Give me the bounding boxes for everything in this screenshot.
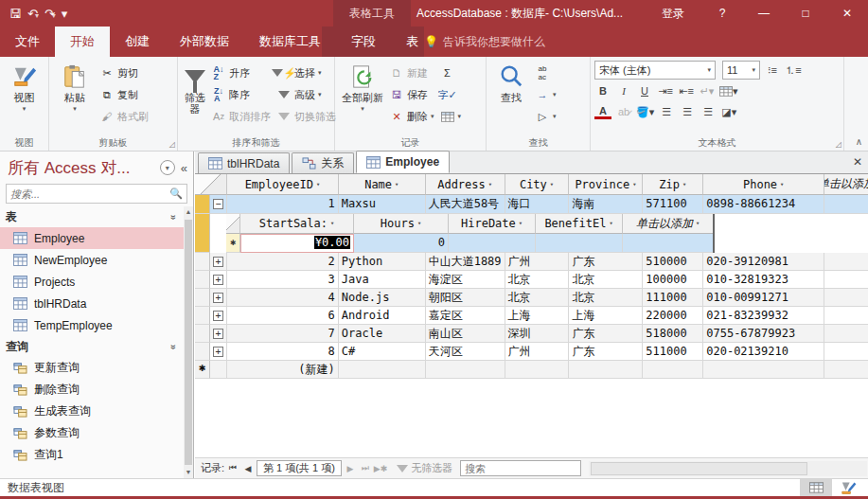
close-button[interactable]: ✕	[826, 0, 868, 27]
scroll-up-icon[interactable]: ▲	[184, 206, 193, 218]
find-button[interactable]: 查找	[490, 60, 532, 103]
cell[interactable]	[703, 361, 824, 379]
nav-item-update-query[interactable]: 更新查询	[0, 357, 184, 379]
cell[interactable]: 571100	[643, 195, 703, 214]
sub-column-header-hours[interactable]: Hours▾	[354, 214, 449, 234]
cell[interactable]: 上海	[569, 307, 643, 325]
cell[interactable]: 广东	[569, 253, 643, 271]
cell[interactable]: 海淀区	[426, 271, 505, 289]
cell[interactable]: 010-32819323	[703, 271, 824, 289]
sub-new-record-row[interactable]: ✱ ¥0.00 0	[226, 234, 713, 253]
cell[interactable]: 北京	[569, 271, 643, 289]
expand-subdatasheet-cell[interactable]: +	[210, 271, 227, 289]
nav-scrollbar[interactable]: ▲ ▼	[184, 206, 193, 478]
undo-icon[interactable]: ↶▾	[27, 7, 39, 21]
cell[interactable]: 4	[227, 289, 339, 307]
cell[interactable]: 广州	[505, 253, 570, 271]
numbering-icon[interactable]: ⒈≡	[785, 62, 802, 79]
cell[interactable]: (新建)	[227, 361, 339, 379]
cell[interactable]	[824, 307, 868, 325]
tab-db-tools[interactable]: 数据库工具	[244, 27, 336, 57]
paste-button[interactable]: 粘贴▾	[53, 60, 97, 113]
cell[interactable]	[569, 361, 643, 379]
cell[interactable]: 广州	[505, 343, 570, 361]
font-size-select[interactable]: 11▾	[722, 61, 760, 80]
cell[interactable]: 南山区	[426, 325, 505, 343]
record-search-box[interactable]	[460, 460, 581, 476]
expand-subdatasheet-cell[interactable]: +	[210, 289, 227, 307]
cell[interactable]: Maxsu	[339, 195, 426, 214]
cell[interactable]: 北京	[569, 289, 643, 307]
tab-home[interactable]: 开始	[55, 27, 110, 57]
views-button[interactable]: 视图▾	[4, 60, 44, 113]
advanced-filter-button[interactable]: 高级▾	[274, 85, 339, 104]
cell[interactable]	[449, 234, 536, 253]
design-view-button[interactable]	[832, 479, 864, 496]
collapse-queries-icon[interactable]: «	[168, 344, 179, 349]
sub-edit-cell[interactable]: ¥0.00	[240, 234, 354, 253]
cell[interactable]	[426, 361, 505, 379]
first-record-icon[interactable]: ⏮	[226, 463, 239, 473]
cell[interactable]: 010-00991271	[703, 289, 824, 307]
bold-button[interactable]: B	[594, 82, 611, 99]
scroll-down-icon[interactable]: ▼	[184, 467, 193, 478]
horizontal-scrollbar[interactable]	[589, 461, 867, 476]
expand-icon[interactable]: +	[213, 311, 223, 321]
datasheet-view-button[interactable]	[800, 479, 832, 496]
new-record-row[interactable]: ✱ (新建)	[195, 361, 868, 379]
tab-file[interactable]: 文件	[0, 27, 55, 57]
delete-record-button[interactable]: ✕删除▾	[386, 107, 437, 126]
record-selector[interactable]	[195, 195, 210, 214]
cell[interactable]: C#	[339, 343, 426, 361]
tab-fields[interactable]: 字段	[336, 27, 391, 57]
cell[interactable]: Oracle	[339, 325, 426, 343]
new-record-selector[interactable]: ✱	[195, 361, 210, 379]
remove-sort-button[interactable]: Az取消排序	[208, 107, 274, 126]
bullets-icon[interactable]: ⁝≡	[764, 62, 781, 79]
sort-ascending-button[interactable]: A↓Z升序	[208, 63, 274, 82]
cell[interactable]	[824, 361, 868, 379]
sub-new-record-selector[interactable]: ✱	[226, 234, 240, 253]
cell[interactable]	[623, 234, 713, 253]
cell[interactable]: 北京	[505, 271, 570, 289]
cell[interactable]	[505, 361, 570, 379]
cell[interactable]: 0755-67879923	[703, 325, 824, 343]
new-record-button[interactable]: 🗋新建	[386, 63, 437, 82]
nav-search-input[interactable]	[7, 188, 166, 200]
doc-tab-relationships[interactable]: 关系	[292, 152, 354, 173]
totals-button[interactable]: Σ	[437, 63, 466, 82]
cell[interactable]: 1	[227, 195, 339, 214]
table-row[interactable]: + 4 Node.js 朝阳区 北京 北京 111000 010-0099127…	[195, 289, 868, 307]
cell[interactable]	[824, 271, 868, 289]
column-header-city[interactable]: City▾	[505, 174, 570, 195]
cell[interactable]: 020-39120981	[703, 253, 824, 271]
cell[interactable]: 2	[227, 253, 339, 271]
record-selector[interactable]	[195, 343, 210, 361]
cell[interactable]: 海口	[505, 195, 570, 214]
cut-button[interactable]: ✂剪切	[97, 63, 151, 82]
filter-status[interactable]: 无筛选器	[397, 461, 452, 475]
record-selector[interactable]	[195, 271, 210, 289]
table-row[interactable]: + 8 C# 天河区 广州 广东 511000 020-02139210	[195, 343, 868, 361]
expand-icon[interactable]: +	[213, 275, 223, 285]
text-format-dialog-launcher-icon[interactable]: ◿	[836, 140, 841, 149]
cell[interactable]: 111000	[643, 289, 703, 307]
clipboard-dialog-launcher-icon[interactable]: ◿	[169, 140, 175, 149]
refresh-all-button[interactable]: 全部刷新▾	[339, 60, 386, 113]
nav-search-icon[interactable]: 🔍	[166, 187, 186, 200]
cell[interactable]: Android	[339, 307, 426, 325]
nav-section-tables[interactable]: 表«	[0, 206, 184, 227]
record-selector[interactable]	[195, 289, 210, 307]
cell[interactable]: 北京	[505, 289, 570, 307]
goto-button[interactable]: →▾	[532, 85, 559, 104]
spelling-button[interactable]: 字✓	[437, 85, 466, 104]
expand-icon[interactable]: +	[213, 347, 223, 357]
previous-record-icon[interactable]: ◀	[241, 464, 255, 473]
format-painter-button[interactable]: 🖌格式刷	[97, 107, 151, 126]
collapse-icon[interactable]: −	[213, 199, 223, 209]
record-selector[interactable]	[195, 325, 210, 343]
collapse-tables-icon[interactable]: «	[168, 214, 179, 220]
last-record-icon[interactable]: ⏭	[359, 463, 372, 473]
expand-icon[interactable]: +	[213, 329, 223, 339]
table-row[interactable]: + 2 Python 中山大道1889 广州 广东 510000 020-391…	[195, 253, 868, 271]
